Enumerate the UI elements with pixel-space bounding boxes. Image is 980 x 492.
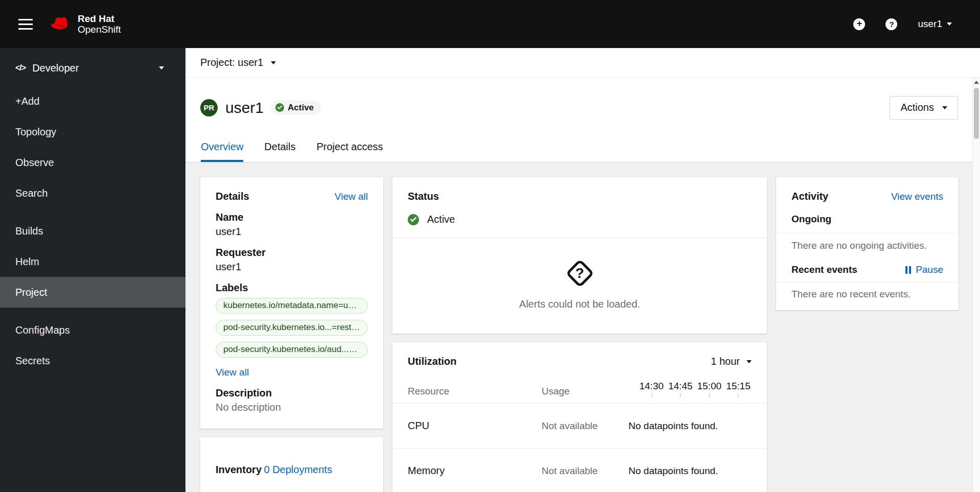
masthead-toolbar: + ? user1 <box>853 18 952 30</box>
sidebar-item-topology[interactable]: Topology <box>0 116 185 147</box>
page-title: user1 <box>225 99 264 116</box>
main-content: Project: user1 PR user1 <box>185 48 980 492</box>
resource-usage: Not available <box>542 420 628 432</box>
title-row: PR user1 Active <box>200 99 321 116</box>
caret-down-icon <box>271 61 276 64</box>
plus-circle-icon: + <box>853 18 865 30</box>
scroll-area: PR user1 Active Actions <box>185 78 980 492</box>
details-card-title: Details <box>216 191 249 202</box>
labels-view-all-link[interactable]: View all <box>216 367 249 378</box>
utilization-card: Utilization 1 hour Resource Usage <box>392 342 767 492</box>
resource-column-header: Resource <box>408 386 542 397</box>
scrollbar-up-arrow-icon[interactable] <box>974 81 979 84</box>
ongoing-empty-text: There are no ongoing activities. <box>776 233 959 258</box>
time-tick: 14:45 <box>667 381 694 397</box>
sidebar-item-add[interactable]: +Add <box>0 86 185 116</box>
view-events-link[interactable]: View events <box>891 191 943 202</box>
field-labels: Labels kubernetes.io/metadata.name=user1… <box>216 282 368 378</box>
field-name: Name user1 <box>216 212 368 238</box>
time-axis: 14:30 14:45 15:00 15:15 <box>628 381 752 397</box>
actions-button[interactable]: Actions <box>890 96 958 120</box>
sidebar-item-search[interactable]: Search <box>0 178 185 208</box>
recent-events-heading: Recent events <box>791 264 857 275</box>
caret-down-icon <box>947 22 952 26</box>
quick-create-button[interactable]: + <box>853 18 865 30</box>
status-active-label: Active <box>427 214 455 225</box>
caret-down-icon <box>746 360 752 363</box>
question-circle-icon: ? <box>885 18 897 30</box>
caret-down-icon <box>942 106 947 109</box>
perspective-switcher[interactable]: </> Developer <box>0 54 185 82</box>
user-menu[interactable]: user1 <box>918 18 952 30</box>
pause-events-button[interactable]: Pause <box>905 264 943 275</box>
field-requester: Requester user1 <box>216 247 368 273</box>
tab-bar: Overview Details Project access <box>185 132 972 162</box>
status-card: Status Active <box>392 177 767 334</box>
sidebar-item-builds[interactable]: Builds <box>0 216 185 246</box>
time-tick: 14:30 <box>638 381 665 397</box>
redhat-fedora-icon <box>49 16 73 33</box>
vertical-scrollbar[interactable] <box>972 78 980 492</box>
inventory-card-title: Inventory <box>216 464 262 475</box>
status-card-title: Status <box>408 191 439 202</box>
scrollbar-thumb[interactable] <box>974 88 979 139</box>
usage-column-header: Usage <box>542 386 628 397</box>
field-requester-label: Requester <box>216 247 368 259</box>
nav-menu-toggle[interactable] <box>15 15 36 34</box>
utilization-row-memory: Memory Not available No datapoints found… <box>392 448 767 492</box>
status-active-row: Active <box>408 214 752 225</box>
status-badge-label: Active <box>288 103 314 113</box>
brand-logo[interactable]: Red Hat OpenShift <box>49 13 121 35</box>
alerts-empty-state: ? Alerts could not be loaded. <box>392 238 767 334</box>
sidebar-item-secrets[interactable]: Secrets <box>0 345 185 376</box>
help-button[interactable]: ? <box>885 18 897 30</box>
project-resource-badge: PR <box>200 99 218 116</box>
alerts-empty-text: Alerts could not be loaded. <box>519 298 640 310</box>
utilization-card-title: Utilization <box>408 356 457 367</box>
details-card: Details View all Name user1 Requester us… <box>200 177 383 429</box>
tab-project-access[interactable]: Project access <box>317 132 383 162</box>
label-pill[interactable]: pod-security.kubernetes.io...=restric... <box>216 320 368 336</box>
activity-card-title: Activity <box>791 191 828 202</box>
field-description: Description No description <box>216 387 368 413</box>
time-tick: 15:15 <box>725 381 752 397</box>
check-circle-icon <box>275 103 284 112</box>
sidebar-item-project[interactable]: Project <box>0 277 185 308</box>
sidebar-item-helm[interactable]: Helm <box>0 246 185 277</box>
sidebar-item-observe[interactable]: Observe <box>0 147 185 178</box>
label-pill[interactable]: kubernetes.io/metadata.name=user1 <box>216 298 368 314</box>
label-pill[interactable]: pod-security.kubernetes.io/aud...=v1.... <box>216 342 368 358</box>
tab-details[interactable]: Details <box>264 132 295 162</box>
openshift-console: Red Hat OpenShift + ? user1 </> Develope… <box>0 0 980 492</box>
project-bar: Project: user1 <box>185 48 980 78</box>
field-description-label: Description <box>216 387 368 399</box>
tab-overview[interactable]: Overview <box>201 132 243 162</box>
field-description-value: No description <box>216 402 368 413</box>
utilization-row-cpu: CPU Not available No datapoints found. <box>392 403 767 448</box>
deployments-link[interactable]: 0 Deployments <box>264 464 332 476</box>
field-name-value: user1 <box>216 226 368 238</box>
unknown-alerts-icon: ? <box>565 259 595 288</box>
resource-name: CPU <box>408 420 542 432</box>
resource-datapoints: No datapoints found. <box>628 420 752 432</box>
resource-name: Memory <box>408 465 542 477</box>
brand-line2: OpenShift <box>78 24 121 35</box>
recent-empty-text: There are no recent events. <box>776 283 959 310</box>
pause-button-label: Pause <box>916 264 943 275</box>
time-tick: 15:00 <box>696 381 722 397</box>
field-requester-value: user1 <box>216 261 368 273</box>
duration-dropdown[interactable]: 1 hour <box>711 356 752 367</box>
hamburger-icon <box>18 19 33 30</box>
resource-datapoints: No datapoints found. <box>628 465 752 477</box>
inventory-card: Inventory 0 Deployments <box>200 437 383 492</box>
pause-icon <box>905 266 911 274</box>
perspective-label: Developer <box>32 62 79 74</box>
check-circle-icon <box>408 214 419 225</box>
nav-section-main: +Add Topology Observe Search <box>0 82 185 212</box>
nav-section-config: ConfigMaps Secrets <box>0 311 185 379</box>
details-view-all-link[interactable]: View all <box>335 191 368 202</box>
sidebar-item-configmaps[interactable]: ConfigMaps <box>0 315 185 345</box>
status-badge: Active <box>271 101 321 115</box>
project-selector[interactable]: Project: user1 <box>200 57 276 68</box>
brand-text: Red Hat OpenShift <box>78 13 121 35</box>
